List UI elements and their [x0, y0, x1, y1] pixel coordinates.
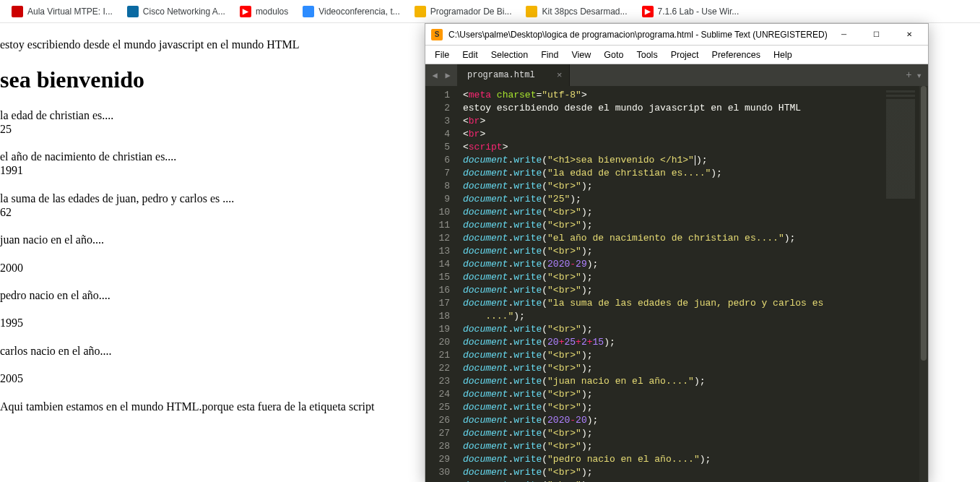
line-number: 11	[425, 219, 450, 232]
code-line[interactable]: document.write(2020-20);	[463, 414, 882, 427]
code-line[interactable]: document.write("<br>");	[463, 206, 882, 219]
menu-item-preferences[interactable]: Preferences	[706, 48, 767, 62]
line-number: 19	[425, 323, 450, 336]
code-line[interactable]: document.write("25");	[463, 193, 882, 206]
code-line[interactable]: document.write("<br>");	[463, 271, 882, 284]
menu-item-help[interactable]: Help	[767, 48, 799, 62]
code-line[interactable]: document.write("<br>");	[463, 349, 882, 362]
bookmark-label: Programador De Bi...	[430, 7, 512, 17]
sublime-menu: FileEditSelectionFindViewGotoToolsProjec…	[425, 46, 928, 64]
window-maximize-button[interactable]: ☐	[860, 25, 893, 45]
line-number: 27	[425, 427, 450, 440]
scrollbar-thumb[interactable]	[921, 86, 927, 361]
bookmark-item[interactable]: Programador De Bi...	[409, 3, 518, 20]
line-numbers: 1234567891011121314151617181920212223242…	[425, 86, 456, 482]
bookmark-favicon	[12, 6, 23, 17]
code-line[interactable]: document.write("<br>");	[463, 479, 882, 482]
tab-label: programa.html	[467, 70, 535, 80]
line-number: 2	[425, 102, 450, 115]
code-line[interactable]: document.write("<br>");	[463, 440, 882, 453]
bookmark-item[interactable]: ▶modulos	[234, 3, 294, 20]
bookmark-favicon	[526, 6, 537, 17]
code-line[interactable]: <meta charset="utf-8">	[463, 89, 882, 102]
line-number: 10	[425, 206, 450, 219]
code-line[interactable]: estoy escribiendo desde el mundo javascr…	[463, 102, 882, 115]
menu-item-goto[interactable]: Goto	[597, 48, 630, 62]
menu-item-tools[interactable]: Tools	[630, 48, 664, 62]
code-line[interactable]: document.write("<br>");	[463, 466, 882, 479]
bookmark-favicon	[303, 6, 314, 17]
code-line[interactable]: document.write("juan nacio en el año....…	[463, 375, 882, 388]
code-content[interactable]: <meta charset="utf-8">estoy escribiendo …	[456, 86, 882, 482]
code-line[interactable]: document.write("<br>");	[463, 427, 882, 440]
nav-forward-icon[interactable]: ▶	[441, 68, 454, 82]
line-number: 12	[425, 232, 450, 245]
sublime-app-icon: S	[431, 29, 443, 40]
bookmark-label: Cisco Networking A...	[143, 7, 225, 17]
sublime-titlebar[interactable]: S C:\Users\palme\Desktop\logica de progr…	[425, 24, 928, 46]
scrollbar[interactable]	[919, 86, 928, 482]
bookmark-item[interactable]: Cisco Networking A...	[121, 3, 231, 20]
code-line[interactable]: document.write("la edad de christian es.…	[463, 167, 882, 180]
code-line[interactable]: <br>	[463, 128, 882, 141]
line-number: 13	[425, 245, 450, 258]
nav-back-icon[interactable]: ◀	[428, 68, 441, 82]
tab-add-icon[interactable]: +	[906, 69, 911, 82]
code-line[interactable]: document.write("<br>");	[463, 401, 882, 414]
menu-item-project[interactable]: Project	[664, 48, 706, 62]
code-line[interactable]: document.write("<br>");	[463, 388, 882, 401]
bookmark-favicon	[415, 6, 426, 17]
menu-item-view[interactable]: View	[565, 48, 597, 62]
line-number: 4	[425, 128, 450, 141]
code-line[interactable]: document.write("<br>");	[463, 219, 882, 232]
bookmark-label: Videoconferencia, t...	[318, 7, 400, 17]
code-line[interactable]: document.write("la suma de las edades de…	[463, 297, 882, 310]
bookmark-item[interactable]: Kit 38pcs Desarmad...	[520, 3, 633, 20]
line-number: 6	[425, 154, 450, 167]
bookmark-label: Aula Virtual MTPE: I...	[27, 7, 113, 17]
bookmark-label: 7.1.6 Lab - Use Wir...	[658, 7, 740, 17]
menu-item-edit[interactable]: Edit	[456, 48, 485, 62]
code-line[interactable]: document.write(2020-29);	[463, 258, 882, 271]
menu-item-find[interactable]: Find	[534, 48, 565, 62]
code-line[interactable]: <script>	[463, 141, 882, 154]
code-line[interactable]: document.write("el año de nacimiento de …	[463, 232, 882, 245]
bookmark-item[interactable]: Videoconferencia, t...	[297, 3, 406, 20]
line-number: 18	[425, 310, 450, 323]
line-number: 26	[425, 414, 450, 427]
line-number: 22	[425, 362, 450, 375]
code-line[interactable]: ....");	[463, 310, 882, 323]
code-line[interactable]: document.write("<br>");	[463, 180, 882, 193]
minimap[interactable]	[882, 86, 919, 482]
window-close-button[interactable]: ✕	[893, 25, 925, 45]
minimap-viewport	[886, 90, 915, 199]
code-line[interactable]: document.write(20+25+2+15);	[463, 336, 882, 349]
tab-dropdown-icon[interactable]: ▾	[916, 69, 922, 82]
bookmark-item[interactable]: Aula Virtual MTPE: I...	[6, 3, 118, 20]
line-number: 23	[425, 375, 450, 388]
bookmark-item[interactable]: ▶7.1.6 Lab - Use Wir...	[636, 3, 745, 20]
code-line[interactable]: document.write("<br>");	[463, 245, 882, 258]
bookmark-favicon: ▶	[642, 6, 654, 17]
code-line[interactable]: <br>	[463, 115, 882, 128]
code-line[interactable]: document.write("<br>");	[463, 284, 882, 297]
line-number: 14	[425, 258, 450, 271]
bookmark-label: Kit 38pcs Desarmad...	[542, 7, 627, 17]
tab-close-icon[interactable]: ×	[557, 70, 563, 81]
line-number: 17	[425, 297, 450, 310]
line-number: 28	[425, 440, 450, 453]
window-minimize-button[interactable]: ─	[828, 25, 860, 45]
code-line[interactable]: document.write("<br>");	[463, 362, 882, 375]
bookmark-favicon: ▶	[240, 6, 251, 17]
code-line[interactable]: document.write("<br>");	[463, 323, 882, 336]
code-line[interactable]: document.write("<h1>sea bienvenido </h1>…	[463, 154, 882, 167]
bookmarks-bar: Aula Virtual MTPE: I...Cisco Networking …	[0, 0, 980, 23]
menu-item-file[interactable]: File	[428, 48, 456, 62]
line-number: 5	[425, 141, 450, 154]
window-title: C:\Users\palme\Desktop\logica de program…	[448, 30, 828, 40]
menu-item-selection[interactable]: Selection	[485, 48, 534, 62]
editor-area[interactable]: 1234567891011121314151617181920212223242…	[425, 86, 928, 482]
code-line[interactable]: document.write("pedro nacio en el año...…	[463, 453, 882, 466]
bookmark-favicon	[127, 6, 139, 17]
tab-programa[interactable]: programa.html ×	[457, 64, 570, 86]
